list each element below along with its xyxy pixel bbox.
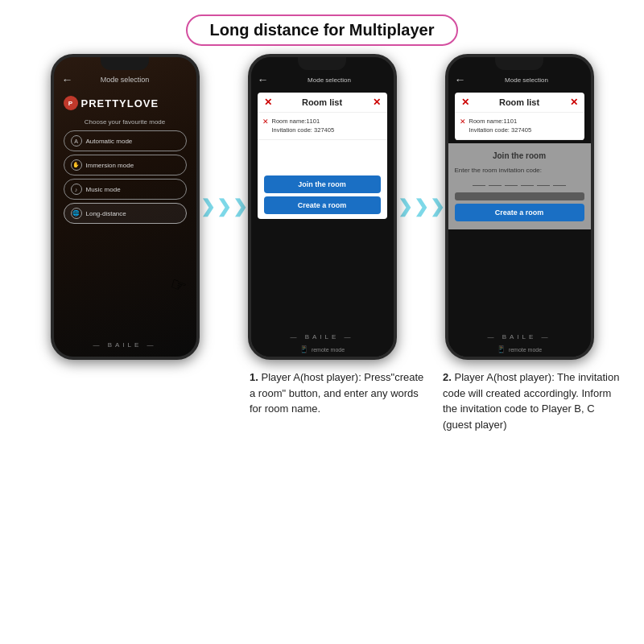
desc-1-number: 1. xyxy=(250,371,258,383)
join-room-overlay: Join the room Enter the room invitation … xyxy=(448,143,591,229)
arrows-double-2: ❯ ❯ ❯ xyxy=(398,198,444,216)
phone3-container: ← Mode selection ✕ Room list ✕ ✕ Room na… xyxy=(445,54,594,360)
join-btn-disabled xyxy=(455,192,584,200)
phone3-room-info: Room name:1101 Invitation code: 327405 xyxy=(469,117,532,135)
phone3-back-arrow[interactable]: ← xyxy=(455,73,466,86)
arrow-icon-1a: ❯ xyxy=(200,198,215,216)
dialog-title-bar: ✕ Room list ✕ xyxy=(258,93,387,113)
phone2-header-title: Mode selection xyxy=(272,76,387,84)
phone3-header-title: Mode selection xyxy=(469,76,584,84)
brand-text: PRETTYLOVE xyxy=(81,97,159,109)
phone3-dialog-close-right[interactable]: ✕ xyxy=(570,97,578,108)
music-label: Music mode xyxy=(86,186,121,193)
phone1-container: ← Mode selection P PRETTYLOVE Choose you… xyxy=(51,54,200,360)
phone3-footer: — BAILE — xyxy=(448,333,591,341)
room-name: Room name:1101 xyxy=(272,117,335,126)
mode-btn-longdist[interactable]: 🌐 Long-distance xyxy=(64,203,187,224)
room-item: ✕ Room name:1101 Invitation code: 327405 xyxy=(258,113,387,140)
dialog-spacer xyxy=(258,140,387,172)
title-area: Long distance for Multiplayer xyxy=(0,0,644,46)
phone1-footer: — BAILE — xyxy=(54,341,196,349)
phone1-header-title: Mode selection xyxy=(101,76,150,84)
mode-btn-automatic[interactable]: A Automatic mode xyxy=(64,130,187,151)
automatic-label: Automatic mode xyxy=(86,138,133,145)
arrows-1: ❯ ❯ ❯ xyxy=(200,54,248,360)
phone1: ← Mode selection P PRETTYLOVE Choose you… xyxy=(51,54,200,360)
arrow-icon-2c: ❯ xyxy=(430,198,444,216)
phone3-screen: ← Mode selection ✕ Room list ✕ ✕ Room na… xyxy=(448,57,591,357)
phone1-notch xyxy=(101,57,149,70)
mode-btn-music[interactable]: ♪ Music mode xyxy=(64,179,187,200)
join-room-button[interactable]: Join the room xyxy=(264,175,381,193)
join-room-title: Join the room xyxy=(455,151,584,160)
longdist-label: Long-distance xyxy=(86,210,126,217)
arrow-icon-1c: ❯ xyxy=(233,198,247,216)
phone2-container: ← Mode selection ✕ Room list ✕ ✕ Room na… xyxy=(248,54,397,360)
phone3-create-btn[interactable]: Create a room xyxy=(455,204,584,221)
brand-icon: P xyxy=(64,96,78,110)
dialog-title: Room list xyxy=(272,97,373,107)
arrows-double-1: ❯ ❯ ❯ xyxy=(200,198,247,216)
phone2-bottom-bar: 📱 remote mode xyxy=(251,342,394,357)
brand-logo: P PRETTYLOVE xyxy=(54,89,196,117)
immersion-label: Immersion mode xyxy=(86,162,134,169)
music-icon: ♪ xyxy=(71,184,82,195)
desc-block-1: 1. Player A(host player): Press"create a… xyxy=(242,369,435,432)
arrow-icon-2a: ❯ xyxy=(398,198,412,216)
phone3-remote-icon: 📱 xyxy=(497,345,506,353)
back-arrow-icon[interactable]: ← xyxy=(62,73,73,86)
join-invite-label: Enter the room invitation code: xyxy=(455,167,584,174)
room-x-icon: ✕ xyxy=(262,118,269,126)
code-dash-4 xyxy=(521,185,534,186)
phone3-notch xyxy=(495,57,543,70)
title-text: Long distance for Multiplayer xyxy=(210,21,435,39)
desc-2-number: 2. xyxy=(443,371,452,383)
arrow-icon-1b: ❯ xyxy=(217,198,231,216)
room-list-dialog: ✕ Room list ✕ ✕ Room name:1101 Invitatio… xyxy=(258,93,387,219)
phone3-room-invitation: Invitation code: 327405 xyxy=(469,126,532,134)
phone3-bottom-bar: 📱 remote mode xyxy=(448,342,591,357)
join-code-field xyxy=(455,177,584,186)
phone3-room-item: ✕ Room name:1101 Invitation code: 327405 xyxy=(455,113,584,140)
phone2-back-arrow[interactable]: ← xyxy=(258,73,269,86)
phone3-dialog-title-bar: ✕ Room list ✕ xyxy=(455,93,584,113)
room-info: Room name:1101 Invitation code: 327405 xyxy=(272,117,335,135)
arrow-icon-2b: ❯ xyxy=(414,198,428,216)
phones-row: ← Mode selection P PRETTYLOVE Choose you… xyxy=(0,54,644,360)
phone2-notch xyxy=(298,57,346,70)
dialog-close-x-right[interactable]: ✕ xyxy=(373,97,381,108)
code-dash-1 xyxy=(473,185,485,186)
descriptions: 1. Player A(host player): Press"create a… xyxy=(0,360,644,432)
code-dash-6 xyxy=(553,185,566,186)
phone3-room-name: Room name:1101 xyxy=(469,117,532,126)
phone3-room-x-icon: ✕ xyxy=(460,118,466,126)
code-dash-3 xyxy=(505,185,518,186)
brand-icon-letter: P xyxy=(68,100,72,107)
room-invitation: Invitation code: 327405 xyxy=(272,126,335,134)
title-pill: Long distance for Multiplayer xyxy=(186,14,459,46)
code-dash-2 xyxy=(489,185,502,186)
longdist-icon: 🌐 xyxy=(71,208,82,219)
phone2: ← Mode selection ✕ Room list ✕ ✕ Room na… xyxy=(248,54,397,360)
mode-btn-immersion[interactable]: ✋ Immersion mode xyxy=(64,155,187,175)
phone1-screen: ← Mode selection P PRETTYLOVE Choose you… xyxy=(54,57,196,357)
phone2-footer: — BAILE — xyxy=(251,333,394,341)
desc-2-text: Player A(host player): The invitation co… xyxy=(443,371,619,431)
phone3-dialog-title: Room list xyxy=(469,97,570,107)
finger-cursor-icon: ☞ xyxy=(167,273,190,298)
dialog-close-x-left[interactable]: ✕ xyxy=(264,97,272,108)
automatic-icon: A xyxy=(71,135,82,147)
phone3-dialog-close-left[interactable]: ✕ xyxy=(461,97,469,108)
phone2-screen: ← Mode selection ✕ Room list ✕ ✕ Room na… xyxy=(251,57,394,357)
arrows-2: ❯ ❯ ❯ xyxy=(397,54,445,360)
choose-text: Choose your favourite mode xyxy=(54,118,196,126)
create-room-button[interactable]: Create a room xyxy=(264,196,381,214)
code-dash-5 xyxy=(537,185,550,186)
immersion-icon: ✋ xyxy=(71,159,82,171)
desc-block-2: 2. Player A(host player): The invitation… xyxy=(435,369,628,432)
phone3-room-list-dialog: ✕ Room list ✕ ✕ Room name:1101 Invitatio… xyxy=(455,93,584,140)
phone3-remote-text: remote mode xyxy=(509,347,542,353)
desc-1-text: Player A(host player): Press"create a ro… xyxy=(250,371,423,415)
phone3: ← Mode selection ✕ Room list ✕ ✕ Room na… xyxy=(445,54,594,360)
remote-text: remote mode xyxy=(312,347,345,353)
